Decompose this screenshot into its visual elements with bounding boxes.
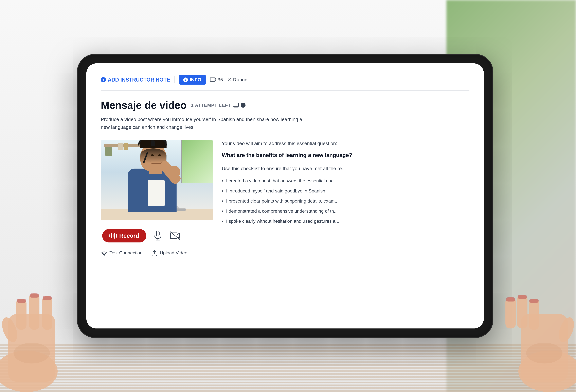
test-connection-label: Test Connection — [110, 250, 143, 256]
info-icon: i — [183, 78, 188, 82]
svg-rect-18 — [518, 295, 527, 299]
upload-video-link[interactable]: Upload Video — [151, 250, 187, 256]
svg-rect-22 — [233, 103, 238, 107]
checklist-list: I created a video post that answers the … — [222, 177, 469, 225]
window-area — [181, 140, 213, 183]
person-undershirt — [148, 180, 165, 206]
svg-rect-13 — [517, 295, 527, 329]
checklist-item: I spoke clearly without hesitation and u… — [222, 218, 469, 225]
add-instructor-note-button[interactable]: + ADD INSTRUCTOR NOTE — [101, 77, 170, 83]
checklist-item: I created a video post that answers the … — [222, 177, 469, 184]
svg-rect-25 — [156, 231, 159, 236]
video-preview — [101, 140, 213, 220]
video-controls: Record — [101, 226, 213, 245]
wifi-icon — [101, 250, 107, 256]
eye-left — [151, 154, 154, 156]
left-hand — [0, 262, 115, 392]
svg-rect-14 — [505, 297, 516, 329]
content-area: + ADD INSTRUCTOR NOTE i INFO 35 — [86, 63, 484, 329]
essential-question: What are the benefits of learning a new … — [222, 151, 469, 159]
waveform-icon — [110, 233, 117, 239]
microphone-icon — [153, 231, 162, 241]
slides-tab[interactable]: 35 — [210, 77, 223, 83]
right-hand — [461, 262, 576, 392]
svg-rect-21 — [215, 78, 216, 81]
test-connection-link[interactable]: Test Connection — [101, 250, 143, 256]
rubric-tab[interactable]: Rubric — [227, 77, 247, 83]
svg-rect-4 — [42, 296, 52, 330]
checklist-item: I introduced myself and said goodbye in … — [222, 187, 469, 194]
checklist-column: Your video will aim to address this esse… — [222, 140, 469, 228]
svg-rect-24 — [234, 107, 238, 107]
svg-rect-12 — [529, 299, 539, 330]
svg-rect-19 — [506, 297, 515, 302]
top-nav: + ADD INSTRUCTOR NOTE i INFO 35 — [101, 75, 469, 90]
title-row: Mensaje de video 1 ATTEMPT LEFT — [101, 99, 469, 111]
svg-rect-7 — [17, 299, 26, 303]
plant-pot — [105, 147, 112, 156]
assignment-title: Mensaje de video — [101, 99, 187, 111]
assignment-description: Produce a video post where you introduce… — [101, 115, 302, 131]
upload-video-label: Upload Video — [160, 250, 187, 256]
add-note-icon: + — [101, 77, 106, 82]
person-hand — [169, 166, 180, 177]
book1 — [118, 143, 123, 150]
svg-rect-20 — [210, 78, 215, 81]
svg-rect-9 — [43, 296, 52, 300]
svg-rect-2 — [16, 299, 27, 330]
person-eyes — [151, 154, 161, 156]
essential-question-intro: Your video will aim to address this esse… — [222, 140, 469, 147]
svg-rect-3 — [29, 294, 39, 330]
slides-count: 35 — [218, 77, 223, 83]
circle-icon — [241, 103, 246, 108]
book2 — [123, 143, 128, 150]
microphone-button[interactable] — [152, 230, 164, 241]
svg-rect-17 — [529, 299, 539, 303]
add-note-label: ADD INSTRUCTOR NOTE — [108, 77, 170, 83]
record-button[interactable]: Record — [102, 229, 146, 242]
checklist-item: I presented clear points with supporting… — [222, 198, 469, 204]
video-column: Record — [101, 140, 213, 256]
tablet-device: + ADD INSTRUCTOR NOTE i INFO 35 — [78, 55, 492, 337]
attempt-text: 1 ATTEMPT LEFT — [191, 103, 231, 108]
attempt-badge: 1 ATTEMPT LEFT — [191, 103, 246, 108]
svg-point-29 — [104, 255, 105, 256]
tablet-frame: + ADD INSTRUCTOR NOTE i INFO 35 — [78, 55, 492, 337]
monitor-icon — [233, 103, 239, 108]
svg-rect-8 — [30, 294, 39, 298]
upload-icon — [151, 250, 158, 256]
info-label: INFO — [190, 77, 201, 83]
person-figure — [101, 140, 213, 220]
camera-off-button[interactable] — [169, 230, 181, 241]
rubric-icon — [227, 78, 231, 82]
checklist-item: I demonstrated a comprehensive understan… — [222, 208, 469, 214]
info-tab[interactable]: i INFO — [179, 75, 206, 85]
tablet-screen: + ADD INSTRUCTOR NOTE i INFO 35 — [86, 63, 484, 329]
rubric-label: Rubric — [233, 77, 247, 83]
svg-point-16 — [526, 343, 562, 363]
checklist-intro: Use this checklist to ensure that you ha… — [222, 165, 469, 172]
record-label: Record — [119, 233, 139, 239]
svg-point-6 — [14, 343, 50, 363]
eye-right — [158, 154, 161, 156]
slides-icon — [210, 78, 216, 82]
headset-earcup-left — [151, 141, 155, 146]
camera-off-icon — [170, 231, 180, 240]
nav-divider — [174, 76, 175, 83]
bottom-links: Test Connection Upload Video — [101, 250, 213, 256]
attempt-icons — [233, 103, 246, 108]
main-columns: Record — [101, 140, 469, 256]
